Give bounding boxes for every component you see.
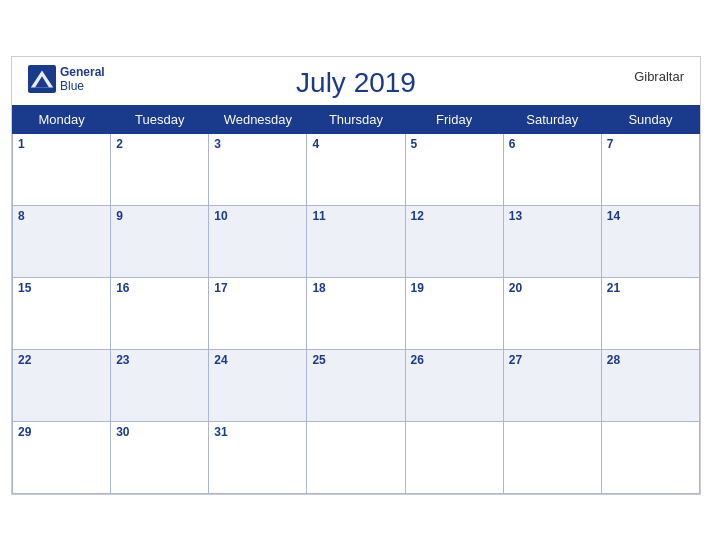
calendar-week-row: 1234567 [13, 133, 700, 205]
date-number: 28 [607, 353, 620, 367]
calendar-day-cell: 3 [209, 133, 307, 205]
calendar-day-cell: 17 [209, 277, 307, 349]
date-number: 30 [116, 425, 129, 439]
calendar-day-cell: 15 [13, 277, 111, 349]
calendar-day-cell: 28 [601, 349, 699, 421]
col-thursday: Thursday [307, 105, 405, 133]
date-number: 6 [509, 137, 516, 151]
calendar-day-cell: 16 [111, 277, 209, 349]
date-number: 29 [18, 425, 31, 439]
date-number: 20 [509, 281, 522, 295]
date-number: 9 [116, 209, 123, 223]
date-number: 25 [312, 353, 325, 367]
col-sunday: Sunday [601, 105, 699, 133]
weekday-header-row: Monday Tuesday Wednesday Thursday Friday… [13, 105, 700, 133]
date-number: 15 [18, 281, 31, 295]
date-number: 22 [18, 353, 31, 367]
country-label: Gibraltar [634, 69, 684, 84]
date-number: 8 [18, 209, 25, 223]
calendar-day-cell: 18 [307, 277, 405, 349]
calendar-title: July 2019 [296, 67, 416, 99]
calendar-day-cell: 27 [503, 349, 601, 421]
date-number: 10 [214, 209, 227, 223]
calendar-thead: Monday Tuesday Wednesday Thursday Friday… [13, 105, 700, 133]
calendar-day-cell [307, 421, 405, 493]
date-number: 21 [607, 281, 620, 295]
calendar-day-cell: 6 [503, 133, 601, 205]
col-monday: Monday [13, 105, 111, 133]
calendar-week-row: 22232425262728 [13, 349, 700, 421]
calendar-day-cell: 30 [111, 421, 209, 493]
calendar-week-row: 891011121314 [13, 205, 700, 277]
calendar-day-cell: 22 [13, 349, 111, 421]
calendar-day-cell: 21 [601, 277, 699, 349]
date-number: 27 [509, 353, 522, 367]
calendar-body: 1234567891011121314151617181920212223242… [13, 133, 700, 493]
calendar-day-cell: 14 [601, 205, 699, 277]
calendar-day-cell: 4 [307, 133, 405, 205]
calendar-week-row: 15161718192021 [13, 277, 700, 349]
calendar-day-cell [601, 421, 699, 493]
calendar-day-cell: 20 [503, 277, 601, 349]
calendar-day-cell: 1 [13, 133, 111, 205]
calendar-day-cell: 11 [307, 205, 405, 277]
date-number: 1 [18, 137, 25, 151]
logo-area: General Blue [28, 65, 105, 94]
calendar-day-cell: 24 [209, 349, 307, 421]
col-friday: Friday [405, 105, 503, 133]
date-number: 2 [116, 137, 123, 151]
date-number: 14 [607, 209, 620, 223]
calendar-day-cell: 5 [405, 133, 503, 205]
date-number: 18 [312, 281, 325, 295]
calendar-day-cell: 9 [111, 205, 209, 277]
date-number: 5 [411, 137, 418, 151]
calendar-day-cell [503, 421, 601, 493]
col-tuesday: Tuesday [111, 105, 209, 133]
calendar-day-cell: 23 [111, 349, 209, 421]
date-number: 12 [411, 209, 424, 223]
calendar-header: General Blue July 2019 Gibraltar [12, 57, 700, 105]
date-number: 19 [411, 281, 424, 295]
logo-text-blue: Blue [60, 79, 105, 93]
calendar-day-cell: 10 [209, 205, 307, 277]
date-number: 3 [214, 137, 221, 151]
calendar-day-cell: 25 [307, 349, 405, 421]
col-saturday: Saturday [503, 105, 601, 133]
date-number: 4 [312, 137, 319, 151]
date-number: 26 [411, 353, 424, 367]
logo-text-general: General [60, 65, 105, 79]
calendar-day-cell: 31 [209, 421, 307, 493]
calendar-day-cell: 12 [405, 205, 503, 277]
date-number: 16 [116, 281, 129, 295]
calendar-day-cell: 7 [601, 133, 699, 205]
date-number: 13 [509, 209, 522, 223]
calendar-table: Monday Tuesday Wednesday Thursday Friday… [12, 105, 700, 494]
date-number: 24 [214, 353, 227, 367]
date-number: 11 [312, 209, 325, 223]
date-number: 23 [116, 353, 129, 367]
calendar-day-cell: 2 [111, 133, 209, 205]
col-wednesday: Wednesday [209, 105, 307, 133]
calendar-day-cell: 19 [405, 277, 503, 349]
calendar-container: General Blue July 2019 Gibraltar Monday … [11, 56, 701, 495]
calendar-day-cell [405, 421, 503, 493]
calendar-day-cell: 26 [405, 349, 503, 421]
calendar-day-cell: 29 [13, 421, 111, 493]
calendar-week-row: 293031 [13, 421, 700, 493]
calendar-day-cell: 13 [503, 205, 601, 277]
date-number: 31 [214, 425, 227, 439]
date-number: 7 [607, 137, 614, 151]
generalblue-logo-icon [28, 65, 56, 93]
date-number: 17 [214, 281, 227, 295]
calendar-day-cell: 8 [13, 205, 111, 277]
